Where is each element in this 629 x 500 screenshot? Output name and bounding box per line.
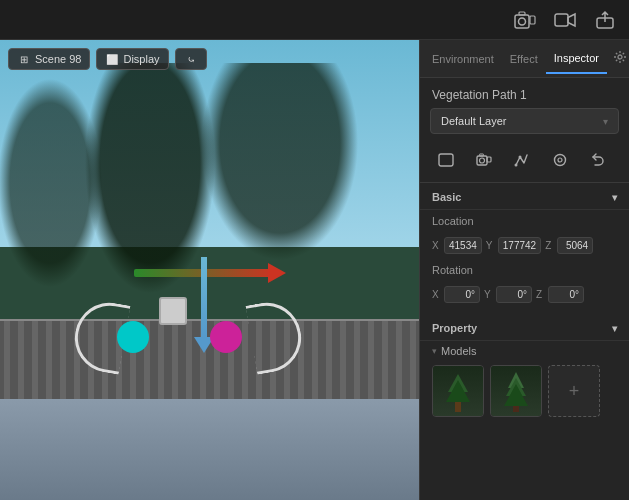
tool-icons-row: [420, 142, 629, 183]
settings-icon[interactable]: [607, 44, 629, 74]
transform-icon: ⤿: [184, 52, 198, 66]
models-chevron-icon: ▾: [432, 346, 437, 356]
svg-rect-10: [480, 154, 484, 156]
scene-button[interactable]: ⊞ Scene 98: [8, 48, 90, 70]
scene-label: Scene 98: [35, 53, 81, 65]
location-y: Y 177742: [486, 237, 541, 254]
scene-icon: ⊞: [17, 52, 31, 66]
basic-section-label: Basic: [432, 191, 461, 203]
location-x-value[interactable]: 41534: [444, 237, 482, 254]
transform-button[interactable]: ⤿: [175, 48, 207, 70]
svg-point-14: [555, 155, 566, 166]
location-z: Z 5064: [545, 237, 593, 254]
rotation-coords: X 0° Y 0° Z 0°: [432, 286, 617, 303]
property-section-header[interactable]: Property ▾: [420, 314, 629, 341]
layer-dropdown[interactable]: Default Layer ▾: [430, 108, 619, 134]
panel-tabs: Environment Effect Inspector: [420, 40, 629, 78]
property-section-label: Property: [432, 322, 477, 334]
rotation-z-label: Z: [536, 289, 546, 300]
camera-icon[interactable]: [513, 8, 537, 32]
svg-rect-2: [519, 12, 525, 15]
viewport-toolbar: ⊞ Scene 98 ⬜ Display ⤿: [8, 48, 207, 70]
circle-cyan: [117, 321, 149, 353]
basic-chevron-icon: ▾: [612, 192, 617, 203]
location-coords-row: X 41534 Y 177742 Z 5064: [420, 232, 629, 259]
svg-rect-3: [530, 16, 535, 24]
viewport[interactable]: ⊞ Scene 98 ⬜ Display ⤿: [0, 40, 419, 500]
rotation-z-value[interactable]: 0°: [548, 286, 584, 303]
arrow-tip: [268, 263, 286, 283]
layer-dropdown-value: Default Layer: [441, 115, 506, 127]
svg-rect-7: [439, 154, 453, 166]
circle-pink: [210, 321, 242, 353]
add-model-button[interactable]: +: [548, 365, 600, 417]
location-x: X 41534: [432, 237, 482, 254]
model-thumb-2[interactable]: [490, 365, 542, 417]
rotation-coords-row: X 0° Y 0° Z 0°: [420, 281, 629, 308]
tab-inspector[interactable]: Inspector: [546, 44, 607, 74]
video-icon[interactable]: [553, 8, 577, 32]
main-area: ⊞ Scene 98 ⬜ Display ⤿ Environment Effec…: [0, 40, 629, 500]
svg-rect-22: [513, 406, 519, 412]
svg-rect-0: [515, 15, 529, 28]
model-tree-bg-2: [491, 366, 541, 416]
add-model-label: +: [569, 381, 580, 402]
rotation-x-value[interactable]: 0°: [444, 286, 480, 303]
inspector-panel: Environment Effect Inspector Vegetation …: [419, 40, 629, 500]
rotation-x: X 0°: [432, 286, 480, 303]
rotation-label: Rotation: [432, 264, 480, 276]
display-label: Display: [123, 53, 159, 65]
share-icon[interactable]: [593, 8, 617, 32]
chevron-down-icon: ▾: [603, 116, 608, 127]
location-y-label: Y: [486, 240, 496, 251]
floor: [0, 399, 419, 500]
circle-tool-icon[interactable]: [546, 146, 574, 174]
rotation-y-label: Y: [484, 289, 494, 300]
svg-point-15: [558, 158, 562, 162]
svg-point-9: [480, 158, 485, 163]
vegetation-title: Vegetation Path 1: [420, 78, 629, 108]
rotation-y: Y 0°: [484, 286, 532, 303]
tab-environment[interactable]: Environment: [424, 45, 502, 73]
models-label: Models: [441, 345, 476, 357]
rect-tool-icon[interactable]: [432, 146, 460, 174]
arrow-vertical: [201, 257, 207, 337]
svg-point-12: [515, 164, 518, 167]
svg-point-6: [618, 55, 622, 59]
rotation-y-value[interactable]: 0°: [496, 286, 532, 303]
property-chevron-icon: ▾: [612, 323, 617, 334]
basic-section-header[interactable]: Basic ▾: [420, 183, 629, 210]
undo-tool-icon[interactable]: [584, 146, 612, 174]
location-y-value[interactable]: 177742: [498, 237, 541, 254]
location-label: Location: [432, 215, 480, 227]
tab-effect[interactable]: Effect: [502, 45, 546, 73]
svg-point-1: [519, 18, 526, 25]
models-header: ▾ Models: [420, 341, 629, 361]
camera-tool-icon[interactable]: [470, 146, 498, 174]
rotation-row: Rotation: [420, 259, 629, 281]
top-toolbar: [0, 0, 629, 40]
location-x-label: X: [432, 240, 442, 251]
display-button[interactable]: ⬜ Display: [96, 48, 168, 70]
rotation-x-label: X: [432, 289, 442, 300]
svg-rect-18: [455, 402, 461, 412]
model-tree-bg-1: [433, 366, 483, 416]
model-thumb-1[interactable]: [432, 365, 484, 417]
location-z-label: Z: [545, 240, 555, 251]
location-coords: X 41534 Y 177742 Z 5064: [432, 237, 617, 254]
svg-rect-8: [477, 156, 487, 165]
location-row: Location: [420, 210, 629, 232]
svg-point-13: [519, 156, 522, 159]
location-z-value[interactable]: 5064: [557, 237, 593, 254]
rotation-z: Z 0°: [536, 286, 584, 303]
path-tool-icon[interactable]: [508, 146, 536, 174]
display-icon: ⬜: [105, 52, 119, 66]
models-grid: +: [420, 365, 629, 425]
svg-rect-4: [555, 14, 568, 26]
